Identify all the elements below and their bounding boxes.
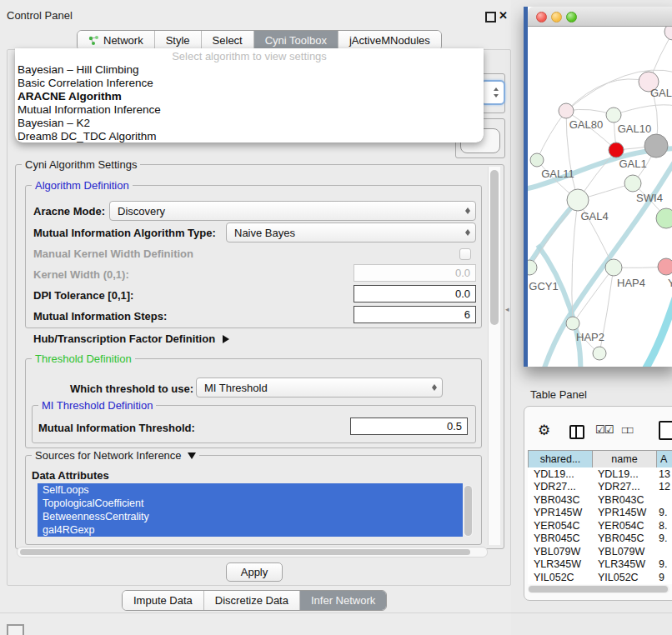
mi-type-select[interactable]: Naive Bayes: [226, 222, 476, 242]
network-node[interactable]: [530, 153, 544, 167]
column-header-shared-name[interactable]: shared...: [529, 451, 593, 468]
minimized-panel-icon[interactable]: [7, 624, 24, 635]
tab-label: Style: [166, 34, 190, 47]
tab-jactivemnodules[interactable]: jActiveMNodules: [338, 31, 441, 50]
deselect-all-columns-icon[interactable]: □□: [622, 424, 633, 436]
tab-impute-data[interactable]: Impute Data: [123, 591, 203, 610]
table-row[interactable]: YLR345WYLR345W9.: [528, 558, 672, 572]
table-cell: 9.: [656, 558, 672, 570]
network-window-titlebar[interactable]: [528, 7, 672, 27]
manual-kernel-checkbox[interactable]: [459, 248, 471, 260]
table-cell: YBR043C: [592, 494, 656, 506]
network-node-label: GAL10: [618, 122, 651, 135]
kernel-width-field[interactable]: 0.0: [354, 264, 476, 282]
network-node[interactable]: [593, 347, 606, 360]
column-header-name[interactable]: name: [593, 451, 657, 468]
attribute-item[interactable]: SelfLoops: [38, 483, 463, 497]
select-all-columns-icon[interactable]: ☑☑: [595, 423, 613, 436]
table-cell: YPR145W: [592, 507, 656, 518]
which-threshold-select[interactable]: MI Threshold: [196, 378, 443, 398]
settings-vertical-scrollbar-thumb[interactable]: [490, 170, 499, 325]
close-panel-icon[interactable]: ✕: [499, 9, 508, 22]
network-node[interactable]: [656, 208, 672, 228]
stepper-arrows-icon: [462, 202, 475, 220]
maximize-window-icon[interactable]: [566, 12, 577, 22]
cyni-bottom-tabbar: Impute Data Discretize Data Infer Networ…: [122, 590, 387, 611]
minimize-window-icon[interactable]: [551, 12, 562, 22]
settings-horizontal-scrollbar[interactable]: [17, 547, 488, 558]
tab-network[interactable]: Network: [78, 31, 154, 50]
network-edge[interactable]: [539, 153, 672, 367]
network-edge[interactable]: [566, 79, 649, 111]
attribute-item[interactable]: gal4RGexp: [38, 523, 463, 537]
tab-cyni-toolbox[interactable]: Cyni Toolbox: [253, 31, 338, 50]
network-node[interactable]: [606, 108, 621, 122]
tab-label: Impute Data: [133, 594, 193, 607]
table-row[interactable]: YBR043CYBR043C: [528, 493, 672, 507]
tab-select[interactable]: Select: [201, 31, 253, 50]
mi-threshold-field[interactable]: 0.5: [350, 418, 468, 435]
table-row[interactable]: YBR045CYBR045C9.: [528, 532, 672, 546]
stepper-arrows-icon: [429, 378, 442, 397]
attribute-item[interactable]: TopologicalCoefficient: [38, 497, 463, 510]
panel-splitter-handle[interactable]: ◂: [505, 305, 509, 313]
table-cell: 12: [656, 481, 672, 492]
attribute-item[interactable]: BetweennessCentrality: [38, 510, 463, 523]
export-table-icon[interactable]: [659, 421, 672, 440]
network-canvas[interactable]: GALGAL80GAL10GAL1GAL11GAL4SWI4GCY1HAP4YH…: [528, 27, 672, 367]
expand-right-icon: [223, 335, 229, 343]
algorithm-option[interactable]: Bayesian – K2: [15, 117, 484, 130]
network-node[interactable]: [567, 189, 589, 211]
column-header-partial[interactable]: A: [657, 451, 672, 468]
network-graph[interactable]: GALGAL80GAL10GAL1GAL11GAL4SWI4GCY1HAP4YH…: [528, 27, 672, 367]
network-node[interactable]: [658, 258, 672, 275]
sources-group-header[interactable]: Sources for Network Inference: [32, 449, 199, 462]
algorithm-option[interactable]: ARACNE Algorithm: [15, 90, 484, 103]
dpi-tolerance-field[interactable]: 0.0: [354, 285, 476, 302]
network-node[interactable]: [566, 317, 579, 330]
apply-button[interactable]: Apply: [226, 562, 283, 582]
table-horizontal-scrollbar[interactable]: [528, 585, 669, 593]
close-window-icon[interactable]: [536, 12, 547, 22]
split-panel-icon[interactable]: [569, 425, 584, 439]
tab-infer-network[interactable]: Infer Network: [299, 591, 386, 610]
network-node[interactable]: [644, 134, 668, 158]
tab-label: Network: [103, 34, 143, 47]
algorithm-option[interactable]: Bayesian – Hill Climbing: [15, 63, 484, 77]
table-row[interactable]: YDL19...YDL19...13: [528, 468, 672, 481]
algorithm-option[interactable]: Dream8 DC_TDC Algorithm: [15, 130, 484, 143]
algorithm-combo-fragment[interactable]: [480, 80, 505, 105]
tab-style[interactable]: Style: [154, 31, 201, 50]
table-row[interactable]: YBL079WYBL079W: [528, 545, 672, 558]
network-node[interactable]: [605, 259, 622, 276]
settings-vertical-scrollbar[interactable]: [488, 167, 500, 545]
manual-kernel-label: Manual Kernel Width Definition: [33, 248, 193, 260]
table-row[interactable]: YDR27...YDR27...12: [528, 481, 672, 494]
hub-definition-toggle[interactable]: Hub/Transcription Factor Definition: [33, 332, 229, 345]
attributes-list-scrollbar[interactable]: [464, 485, 473, 537]
settings-horizontal-scrollbar-thumb[interactable]: [20, 549, 470, 555]
algorithm-option[interactable]: Mutual Information Inference: [15, 103, 484, 117]
float-panel-icon[interactable]: [485, 12, 496, 22]
network-node[interactable]: [528, 260, 537, 275]
attributes-list-scrollbar-thumb[interactable]: [464, 486, 472, 536]
table-panel-title: Table Panel: [530, 388, 587, 401]
network-node[interactable]: [664, 27, 672, 40]
algorithm-option[interactable]: Basic Correlation Inference: [15, 77, 484, 90]
table-row[interactable]: YPR145WYPR145W9.: [528, 507, 672, 520]
network-edge[interactable]: [614, 105, 672, 115]
mi-threshold-group-title: MI Threshold Definition: [38, 399, 156, 412]
network-node[interactable]: [624, 175, 641, 192]
table-settings-gear-icon[interactable]: ⚙: [538, 422, 550, 439]
mi-steps-field[interactable]: 6: [354, 306, 476, 323]
which-threshold-label: Which threshold to use:: [70, 382, 193, 395]
aracne-mode-select[interactable]: Discovery: [109, 201, 476, 221]
network-node[interactable]: [609, 142, 624, 158]
tab-discretize-data[interactable]: Discretize Data: [203, 591, 299, 610]
dpi-tolerance-label: DPI Tolerance [0,1]:: [33, 289, 133, 302]
network-edge[interactable]: [537, 111, 566, 160]
table-horizontal-scrollbar-thumb[interactable]: [529, 586, 668, 592]
network-node[interactable]: [559, 103, 574, 118]
table-row[interactable]: YIL052CYIL052C9: [528, 571, 672, 584]
table-row[interactable]: YER054CYER054C8.: [528, 519, 672, 532]
